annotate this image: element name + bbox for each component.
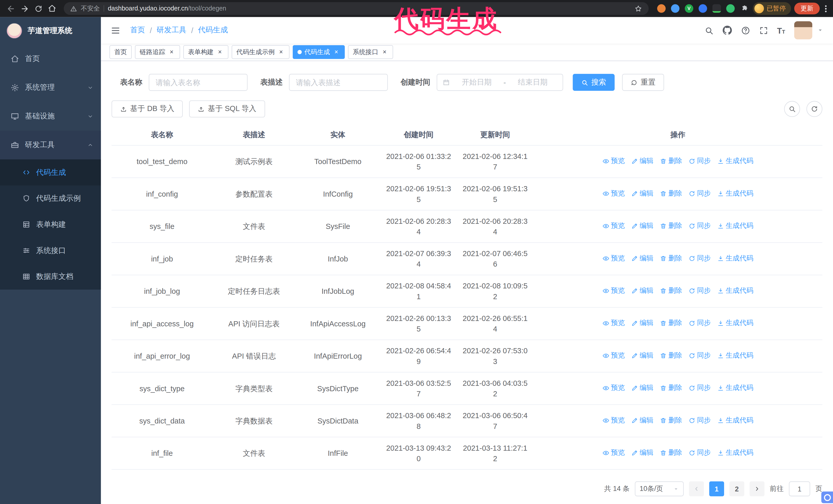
tab-0[interactable]: 首页	[110, 45, 132, 59]
action-sync[interactable]: 同步	[688, 188, 711, 199]
action-sync[interactable]: 同步	[688, 318, 711, 329]
reload-icon[interactable]	[32, 2, 45, 15]
user-avatar[interactable]	[794, 21, 812, 39]
action-generate[interactable]: 生成代码	[717, 415, 753, 426]
tab-1[interactable]: 链路追踪×	[135, 45, 180, 59]
close-icon[interactable]: ×	[168, 48, 175, 56]
search-button[interactable]: 搜索	[573, 74, 615, 91]
tab-5[interactable]: 系统接口×	[348, 45, 393, 59]
font-size-icon[interactable]: TT	[777, 26, 785, 35]
back-icon[interactable]	[4, 2, 17, 15]
goto-page-input[interactable]	[789, 481, 810, 496]
import-sql-button[interactable]: 基于 SQL 导入	[189, 100, 265, 117]
action-generate[interactable]: 生成代码	[717, 156, 753, 166]
browser-menu-kebab-icon[interactable]	[825, 5, 827, 12]
extension-icon[interactable]: V	[685, 4, 693, 13]
action-eye[interactable]: 预览	[602, 448, 625, 458]
action-edit[interactable]: 编辑	[631, 253, 653, 264]
action-edit[interactable]: 编辑	[631, 415, 653, 426]
action-eye[interactable]: 预览	[602, 253, 625, 264]
hamburger-icon[interactable]	[111, 25, 120, 35]
action-eye[interactable]: 预览	[602, 221, 625, 231]
reset-button[interactable]: 重置	[622, 74, 664, 91]
profile-paused-badge[interactable]: 已暂停	[753, 2, 791, 15]
page-button-1[interactable]: 1	[709, 481, 724, 496]
action-trash[interactable]: 删除	[660, 448, 682, 458]
action-generate[interactable]: 生成代码	[717, 253, 753, 264]
close-icon[interactable]: ×	[216, 48, 224, 56]
action-edit[interactable]: 编辑	[631, 383, 653, 393]
import-db-button[interactable]: 基于 DB 导入	[112, 100, 183, 117]
action-eye[interactable]: 预览	[602, 286, 625, 296]
table-name-input[interactable]	[149, 74, 247, 91]
action-edit[interactable]: 编辑	[631, 448, 653, 458]
page-size-select[interactable]: 10条/页	[635, 481, 684, 496]
action-eye[interactable]: 预览	[602, 383, 625, 393]
action-eye[interactable]: 预览	[602, 156, 625, 166]
action-trash[interactable]: 删除	[660, 156, 682, 166]
breadcrumb-item[interactable]: 代码生成	[198, 25, 228, 35]
update-button[interactable]: 更新	[794, 3, 820, 14]
close-icon[interactable]: ×	[333, 48, 340, 56]
extension-icon[interactable]	[726, 4, 735, 13]
extension-icon[interactable]	[657, 4, 666, 13]
action-sync[interactable]: 同步	[688, 448, 711, 458]
bookmark-star-icon[interactable]	[634, 5, 642, 13]
floating-widget[interactable]	[821, 491, 833, 503]
table-desc-input[interactable]	[289, 74, 388, 91]
sidebar-subitem-1[interactable]: 代码生成示例	[0, 185, 101, 212]
action-eye[interactable]: 预览	[602, 350, 625, 361]
action-sync[interactable]: 同步	[688, 415, 711, 426]
action-generate[interactable]: 生成代码	[717, 318, 753, 329]
fullscreen-icon[interactable]	[759, 26, 768, 35]
tab-3[interactable]: 代码生成示例×	[232, 45, 290, 59]
chevron-down-icon[interactable]	[817, 27, 824, 33]
action-sync[interactable]: 同步	[688, 350, 711, 361]
sidebar-subitem-4[interactable]: 数据库文档	[0, 264, 101, 290]
action-generate[interactable]: 生成代码	[717, 286, 753, 296]
sidebar-subitem-2[interactable]: 表单构建	[0, 212, 101, 238]
action-generate[interactable]: 生成代码	[717, 350, 753, 361]
action-eye[interactable]: 预览	[602, 415, 625, 426]
sidebar-subitem-0[interactable]: 代码生成	[0, 160, 101, 186]
action-trash[interactable]: 删除	[660, 188, 682, 199]
sidebar-item-0[interactable]: 首页	[0, 45, 101, 73]
action-edit[interactable]: 编辑	[631, 350, 653, 361]
sidebar-item-2[interactable]: 基础设施	[0, 102, 101, 131]
close-icon[interactable]: ×	[381, 48, 388, 56]
action-eye[interactable]: 预览	[602, 318, 625, 329]
date-end-placeholder[interactable]: 结束日期	[508, 78, 557, 87]
action-edit[interactable]: 编辑	[631, 286, 653, 296]
action-generate[interactable]: 生成代码	[717, 221, 753, 231]
action-edit[interactable]: 编辑	[631, 188, 653, 199]
action-edit[interactable]: 编辑	[631, 221, 653, 231]
action-eye[interactable]: 预览	[602, 188, 625, 199]
action-trash[interactable]: 删除	[660, 318, 682, 329]
action-trash[interactable]: 删除	[660, 221, 682, 231]
sidebar-item-3[interactable]: 研发工具	[0, 131, 101, 160]
action-trash[interactable]: 删除	[660, 415, 682, 426]
search-icon[interactable]	[704, 26, 713, 35]
tab-4[interactable]: 代码生成×	[293, 45, 345, 59]
page-button-2[interactable]: 2	[730, 481, 744, 496]
action-trash[interactable]: 删除	[660, 350, 682, 361]
extension-icon[interactable]	[712, 4, 721, 13]
action-sync[interactable]: 同步	[688, 221, 711, 231]
action-sync[interactable]: 同步	[688, 253, 711, 264]
extensions-puzzle-icon[interactable]	[740, 4, 748, 13]
close-icon[interactable]: ×	[277, 48, 285, 56]
sidebar-item-1[interactable]: 系统管理	[0, 73, 101, 102]
action-generate[interactable]: 生成代码	[717, 448, 753, 458]
action-edit[interactable]: 编辑	[631, 318, 653, 329]
action-sync[interactable]: 同步	[688, 383, 711, 393]
prev-page-button[interactable]	[689, 481, 704, 496]
breadcrumb-item[interactable]: 研发工具	[157, 25, 186, 35]
action-trash[interactable]: 删除	[660, 253, 682, 264]
action-generate[interactable]: 生成代码	[717, 188, 753, 199]
help-icon[interactable]	[741, 26, 750, 35]
action-trash[interactable]: 删除	[660, 286, 682, 296]
next-page-button[interactable]	[750, 481, 765, 496]
tab-2[interactable]: 表单构建×	[183, 45, 229, 59]
refresh-button[interactable]	[806, 101, 822, 117]
github-icon[interactable]	[722, 25, 732, 35]
